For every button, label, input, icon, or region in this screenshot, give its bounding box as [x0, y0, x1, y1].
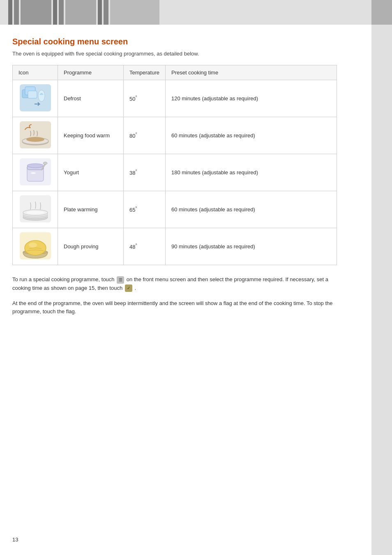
svg-rect-3	[28, 91, 37, 98]
para1: To run a special cooking programme, touc…	[12, 275, 337, 293]
programme-platewarm: Plate warming	[58, 191, 124, 228]
icon-cell-dough	[13, 228, 58, 265]
footer-instructions: To run a special cooking programme, touc…	[12, 275, 337, 316]
temp-dough: 48°	[124, 228, 166, 265]
header-bar	[0, 0, 392, 25]
main-content: Special cooking menu screen The oven is …	[0, 25, 357, 337]
yogurt-icon	[19, 157, 52, 186]
icon-cell-keepwarm	[13, 117, 58, 154]
svg-point-12	[27, 164, 44, 168]
icon-cell-platewarm	[13, 191, 58, 228]
svg-point-23	[29, 243, 37, 247]
para2: At the end of the programme, the oven wi…	[12, 299, 337, 317]
temp-keepwarm: 80°	[124, 117, 166, 154]
programme-yogurt: Yogurt	[58, 154, 124, 191]
table-row: Keeping food warm 80° 60 minutes (adjust…	[13, 117, 337, 154]
defrost-icon	[19, 83, 52, 112]
icon-cell-defrost	[13, 80, 58, 117]
right-header-accent	[371, 0, 392, 25]
svg-point-19	[26, 211, 44, 214]
dough-icon	[19, 231, 52, 260]
time-yogurt: 180 minutes (adjustable as required)	[165, 154, 337, 191]
table-row: Defrost 50° 120 minutes (adjustable as r…	[13, 80, 337, 117]
temp-platewarm: 65°	[124, 191, 166, 228]
col-header-icon: Icon	[13, 65, 58, 80]
col-header-programme: Programme	[58, 65, 124, 80]
page-title: Special cooking menu screen	[12, 37, 337, 46]
right-sidebar-accent	[371, 0, 392, 555]
programmes-table: Icon Programme Temperature Preset cookin…	[12, 65, 337, 265]
svg-point-13	[43, 162, 47, 164]
programme-dough: Dough proving	[58, 228, 124, 265]
page-number: 13	[12, 536, 18, 543]
programme-keepwarm: Keeping food warm	[58, 117, 124, 154]
temp-yogurt: 38°	[124, 154, 166, 191]
confirm-icon: ✓	[125, 284, 132, 292]
col-header-temperature: Temperature	[124, 65, 166, 80]
svg-point-8	[26, 137, 44, 142]
time-keepwarm: 60 minutes (adjustable as required)	[165, 117, 337, 154]
table-row: Yogurt 38° 180 minutes (adjustable as re…	[13, 154, 337, 191]
time-defrost: 120 minutes (adjustable as required)	[165, 80, 337, 117]
programme-defrost: Defrost	[58, 80, 124, 117]
keepwarm-icon	[19, 120, 52, 149]
table-row: Dough proving 48° 90 minutes (adjustable…	[13, 228, 337, 265]
para1-start: To run a special cooking programme, touc…	[12, 276, 116, 282]
time-platewarm: 60 minutes (adjustable as required)	[165, 191, 337, 228]
platewarm-icon	[19, 194, 52, 223]
para1-end: .	[134, 285, 136, 291]
temp-defrost: 50°	[124, 80, 166, 117]
intro-text: The oven is equipped with five special c…	[12, 51, 337, 57]
svg-point-4	[38, 90, 45, 102]
col-header-preset-time: Preset cooking time	[165, 65, 337, 80]
table-row: Plate warming 65° 60 minutes (adjustable…	[13, 191, 337, 228]
menu-icon: ☰	[117, 276, 124, 284]
time-dough: 90 minutes (adjustable as required)	[165, 228, 337, 265]
icon-cell-yogurt	[13, 154, 58, 191]
